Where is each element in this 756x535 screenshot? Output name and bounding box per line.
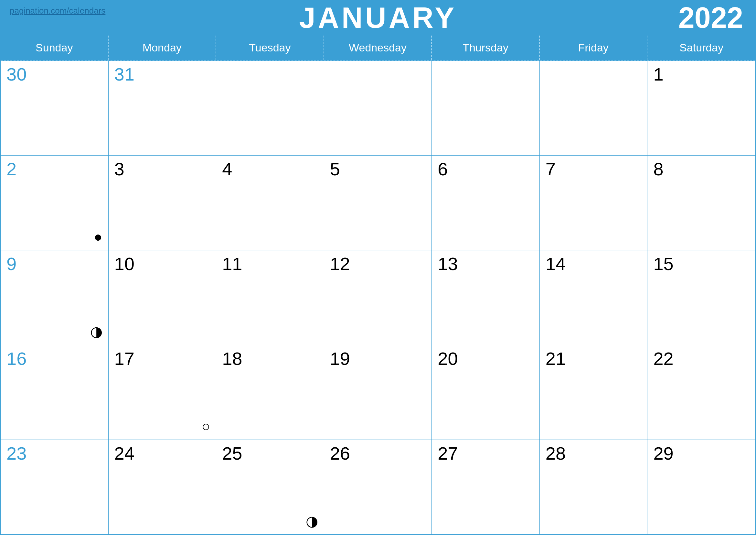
calendar-week-1: 30311 xyxy=(1,61,755,155)
calendar-cell: 3 xyxy=(109,155,217,250)
calendar-cell: 21 xyxy=(540,345,648,439)
calendar-cell xyxy=(540,61,648,155)
calendar-cell: 7 xyxy=(540,155,648,250)
cell-date-number: 26 xyxy=(330,444,426,463)
calendar-cell: 25◑ xyxy=(216,440,324,534)
cell-date-number: 8 xyxy=(653,160,749,178)
calendar-cell: 24 xyxy=(109,440,217,534)
site-link[interactable]: pagination.com/calendars xyxy=(10,6,105,16)
cell-date-number: 20 xyxy=(438,350,534,368)
calendar-cell: 15 xyxy=(647,250,755,345)
calendar-cell: 12 xyxy=(324,250,432,345)
cell-date-number: 19 xyxy=(330,350,426,368)
calendar-grid: 303112●3456789◑1011121314151617○18192021… xyxy=(1,61,755,534)
cell-date-number: 31 xyxy=(114,65,210,83)
cell-date-number: 7 xyxy=(546,160,642,178)
cell-date-number: 25 xyxy=(222,444,318,463)
calendar: pagination.com/calendars JANUARY 2022 Su… xyxy=(0,0,756,535)
cell-date-number: 11 xyxy=(222,255,318,273)
cell-date-number: 5 xyxy=(330,160,426,178)
calendar-cell xyxy=(216,61,324,155)
calendar-week-2: 2●345678 xyxy=(1,155,755,250)
calendar-cell: 17○ xyxy=(109,345,217,439)
calendar-body: SundayMondayTuesdayWednesdayThursdayFrid… xyxy=(0,36,756,535)
calendar-cell: 31 xyxy=(109,61,217,155)
cell-date-number: 22 xyxy=(653,350,749,368)
day-header-thursday: Thursday xyxy=(432,36,540,60)
cell-date-number: 30 xyxy=(7,65,102,83)
day-header-tuesday: Tuesday xyxy=(216,36,324,60)
calendar-cell: 14 xyxy=(540,250,648,345)
calendar-cell: 10 xyxy=(109,250,217,345)
calendar-cell: 13 xyxy=(432,250,540,345)
cell-date-number: 27 xyxy=(438,444,534,463)
cell-date-number: 14 xyxy=(546,255,642,273)
cell-date-number: 21 xyxy=(546,350,642,368)
cell-date-number: 28 xyxy=(546,444,642,463)
calendar-week-3: 9◑101112131415 xyxy=(1,250,755,345)
calendar-cell: 19 xyxy=(324,345,432,439)
calendar-cell: 1 xyxy=(647,61,755,155)
calendar-cell: 30 xyxy=(1,61,109,155)
day-header-wednesday: Wednesday xyxy=(324,36,432,60)
calendar-cell xyxy=(432,61,540,155)
calendar-cell: 20 xyxy=(432,345,540,439)
day-headers-row: SundayMondayTuesdayWednesdayThursdayFrid… xyxy=(1,36,755,61)
calendar-cell: 26 xyxy=(324,440,432,534)
cell-date-number: 23 xyxy=(7,444,102,463)
moon-phase-icon: ◑ xyxy=(306,513,318,529)
calendar-cell: 5 xyxy=(324,155,432,250)
day-header-sunday: Sunday xyxy=(1,36,109,60)
cell-date-number: 6 xyxy=(438,160,534,178)
calendar-cell: 2● xyxy=(1,155,109,250)
moon-phase-icon: ● xyxy=(94,229,102,245)
calendar-cell: 22 xyxy=(647,345,755,439)
cell-date-number: 18 xyxy=(222,350,318,368)
cell-date-number: 1 xyxy=(653,65,749,83)
moon-phase-icon: ◑ xyxy=(90,323,102,340)
calendar-header: pagination.com/calendars JANUARY 2022 xyxy=(0,0,756,36)
cell-date-number: 2 xyxy=(7,160,102,178)
month-title: JANUARY xyxy=(299,1,457,35)
moon-phase-icon: ○ xyxy=(202,418,210,435)
calendar-cell: 28 xyxy=(540,440,648,534)
calendar-cell: 23 xyxy=(1,440,109,534)
calendar-cell: 29 xyxy=(647,440,755,534)
day-header-monday: Monday xyxy=(109,36,217,60)
cell-date-number: 9 xyxy=(7,255,102,273)
calendar-cell: 8 xyxy=(647,155,755,250)
calendar-cell: 4 xyxy=(216,155,324,250)
calendar-cell: 11 xyxy=(216,250,324,345)
cell-date-number: 4 xyxy=(222,160,318,178)
cell-date-number: 12 xyxy=(330,255,426,273)
cell-date-number: 15 xyxy=(653,255,749,273)
year-title: 2022 xyxy=(678,1,743,35)
calendar-cell xyxy=(324,61,432,155)
day-header-friday: Friday xyxy=(540,36,648,60)
cell-date-number: 17 xyxy=(114,350,210,368)
calendar-cell: 18 xyxy=(216,345,324,439)
calendar-week-5: 232425◑26272829 xyxy=(1,439,755,534)
calendar-cell: 16 xyxy=(1,345,109,439)
day-header-saturday: Saturday xyxy=(647,36,755,60)
calendar-week-4: 1617○1819202122 xyxy=(1,345,755,439)
cell-date-number: 3 xyxy=(114,160,210,178)
calendar-cell: 6 xyxy=(432,155,540,250)
calendar-cell: 9◑ xyxy=(1,250,109,345)
cell-date-number: 10 xyxy=(114,255,210,273)
cell-date-number: 13 xyxy=(438,255,534,273)
cell-date-number: 29 xyxy=(653,444,749,463)
calendar-cell: 27 xyxy=(432,440,540,534)
cell-date-number: 24 xyxy=(114,444,210,463)
cell-date-number: 16 xyxy=(7,350,102,368)
